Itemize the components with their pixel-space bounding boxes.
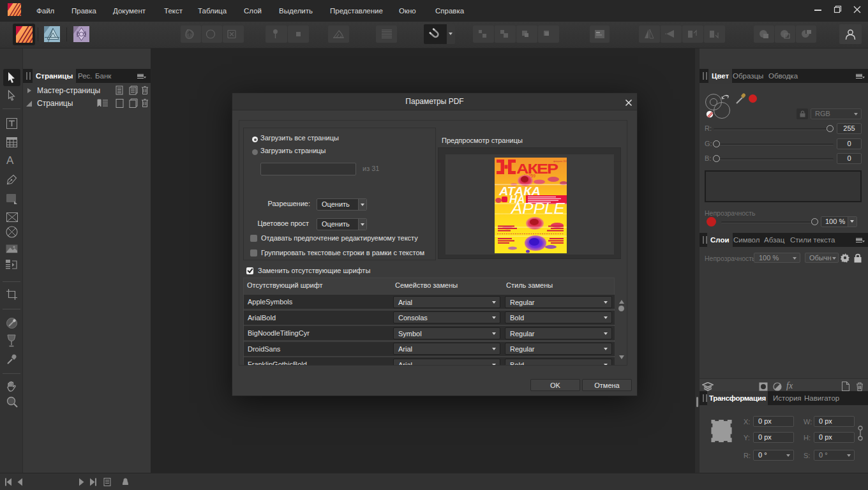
svg-text:февраль 2021: февраль 2021 [553,160,567,163]
svg-text:АКЕР: АКЕР [516,161,558,177]
svg-text:APPLE: APPLE [510,200,565,217]
